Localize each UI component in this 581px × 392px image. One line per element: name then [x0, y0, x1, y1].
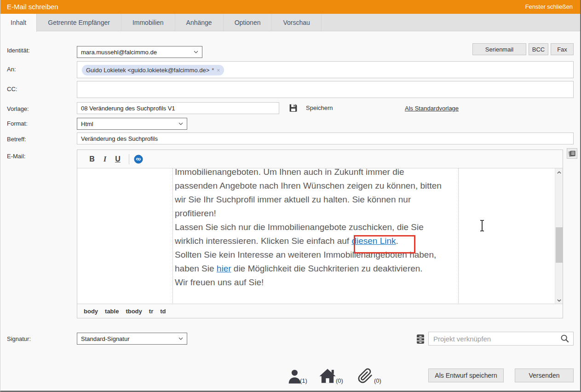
hier-hyperlink[interactable]: hier — [217, 264, 231, 273]
tab-bar: Inhalt Getrennte Empfänger Immobilien An… — [0, 14, 580, 31]
breadcrumb-tbody[interactable]: tbody — [126, 308, 142, 315]
identity-select[interactable]: mara.mussehl@falcimmo.de — [77, 46, 202, 58]
insert-hyperlink-icon[interactable] — [134, 155, 143, 164]
bcc-button[interactable]: BCC — [529, 43, 548, 55]
subject-input[interactable] — [77, 133, 574, 144]
email-body-line: wirklich interessieren. Klicken Sie einf… — [175, 234, 458, 248]
recipients-person-icon[interactable] — [286, 368, 302, 385]
email-body-line: passenden Angebote nach Ihren Wünschen z… — [175, 179, 458, 193]
email-compose-window: E-Mail schreiben Fenster schließen Inhal… — [0, 0, 581, 392]
tab-immobilien[interactable]: Immobilien — [121, 14, 175, 31]
search-icon[interactable] — [560, 334, 569, 343]
send-button[interactable]: Versenden — [515, 369, 574, 382]
immobilien-count: (0) — [336, 377, 343, 384]
cc-label: CC: — [7, 86, 17, 92]
email-body-line: Wir freuen uns auf Sie! — [175, 276, 458, 289]
line-text: haben Sie — [175, 264, 217, 273]
stacked-pages-icon — [568, 150, 576, 157]
editor-table-cell-left[interactable] — [77, 168, 173, 304]
chevron-down-icon — [194, 51, 198, 53]
email-body-line: Sollten Sie kein Interesse an weiteren I… — [175, 248, 458, 262]
immobilien-house-icon[interactable] — [319, 368, 336, 384]
recipient-chip-asterisk: * — [212, 67, 214, 74]
email-body-label: E-Mail: — [7, 153, 25, 160]
cc-field[interactable] — [77, 81, 574, 98]
signature-value: Standard-Signatur — [81, 335, 130, 342]
to-label: An: — [7, 66, 16, 73]
save-template-button[interactable]: Speichern — [288, 103, 333, 113]
template-label: Vorlage: — [7, 105, 29, 112]
toolbar-separator — [129, 154, 129, 164]
italic-button[interactable]: I — [98, 153, 111, 165]
tab-anhaenge[interactable]: Anhänge — [175, 14, 224, 31]
to-field[interactable]: Guido Lokietek <guido.lokietek@falcimmo.… — [77, 61, 574, 78]
project-archive-icon — [416, 334, 425, 344]
close-window-button[interactable]: Fenster schließen — [525, 0, 573, 14]
tab-vorschau[interactable]: Vorschau — [272, 14, 321, 31]
signature-select[interactable]: Standard-Signatur — [77, 333, 187, 345]
breadcrumb-body[interactable]: body — [84, 308, 98, 315]
breadcrumb-td[interactable]: td — [160, 308, 166, 315]
email-editor: B I U Immobilienangeboten. Um Ihnen auch… — [77, 150, 563, 318]
email-body-line: profitieren! — [175, 207, 458, 220]
project-search-box — [428, 332, 574, 346]
serienmail-button[interactable]: Serienmail — [472, 43, 526, 55]
set-default-template-link[interactable]: Als Standardvorlage — [405, 105, 459, 112]
email-body-line: haben Sie hier die Möglichkeit die Suchk… — [175, 262, 458, 276]
scroll-down-arrow[interactable] — [555, 296, 563, 304]
template-input[interactable] — [77, 102, 279, 114]
editor-content[interactable]: Immobilienangeboten. Um Ihnen auch in Zu… — [77, 168, 563, 304]
email-body-line: Immobilienangeboten. Um Ihnen auch in Zu… — [175, 168, 458, 179]
attachments-paperclip-icon[interactable] — [357, 367, 373, 385]
recipients-count: (1) — [300, 377, 307, 384]
save-template-label: Speichern — [306, 104, 333, 111]
fax-button[interactable]: Fax — [551, 43, 574, 55]
tab-inhalt[interactable]: Inhalt — [0, 14, 37, 32]
email-body-text: Immobilienangeboten. Um Ihnen auch in Zu… — [175, 168, 458, 289]
attachments-count: (0) — [374, 377, 381, 384]
line-text: wirklich interessieren. Klicken Sie einf… — [175, 236, 351, 246]
scroll-up-arrow[interactable] — [555, 168, 563, 176]
email-body-line: Lassen Sie sich nur die Immobilienangebo… — [175, 220, 458, 234]
chevron-down-icon — [178, 337, 183, 340]
tab-optionen[interactable]: Optionen — [224, 14, 272, 31]
line-text: die Möglichkeit die Suchkriterien zu dea… — [231, 264, 423, 273]
title-bar: E-Mail schreiben Fenster schließen — [0, 0, 580, 14]
bold-button[interactable]: B — [86, 153, 98, 165]
identity-label: Identität: — [7, 47, 30, 54]
underline-button[interactable]: U — [111, 153, 124, 165]
editor-table-cell-right[interactable] — [459, 168, 555, 304]
editor-table-cell-text[interactable]: Immobilienangeboten. Um Ihnen auch in Zu… — [173, 168, 459, 304]
project-search-input[interactable] — [429, 335, 560, 343]
recipient-chip-text: Guido Lokietek <guido.lokietek@falcimmo.… — [86, 67, 209, 74]
text-cursor-pointer — [479, 219, 485, 232]
text-modules-button[interactable] — [567, 148, 577, 159]
remove-recipient-icon[interactable]: × — [217, 67, 220, 74]
format-label: Format: — [7, 120, 28, 127]
breadcrumb-tr[interactable]: tr — [149, 308, 153, 315]
tab-getrennte-empfaenger[interactable]: Getrennte Empfänger — [37, 14, 121, 31]
format-select[interactable]: Html — [77, 118, 187, 130]
editor-scrollbar[interactable] — [555, 168, 563, 304]
element-path-breadcrumb: body table tbody tr td — [77, 304, 563, 318]
email-body-line: wir Sie Ihr Suchprofil immer aktuell zu … — [175, 193, 458, 207]
breadcrumb-table[interactable]: table — [105, 308, 119, 315]
editor-toolbar: B I U — [77, 150, 563, 168]
save-floppy-icon — [288, 103, 298, 113]
signature-label: Signatur: — [7, 335, 31, 342]
chevron-down-icon — [178, 122, 183, 125]
subject-label: Betreff: — [7, 136, 26, 143]
identity-value: mara.mussehl@falcimmo.de — [81, 49, 157, 56]
window-title: E-Mail schreiben — [7, 0, 58, 14]
save-draft-button[interactable]: Als Entwurf speichern — [428, 369, 504, 382]
scrollbar-thumb[interactable] — [556, 227, 563, 263]
recipient-chip[interactable]: Guido Lokietek <guido.lokietek@falcimmo.… — [82, 65, 224, 75]
format-value: Html — [81, 121, 93, 127]
highlight-box-around-link — [354, 235, 415, 254]
